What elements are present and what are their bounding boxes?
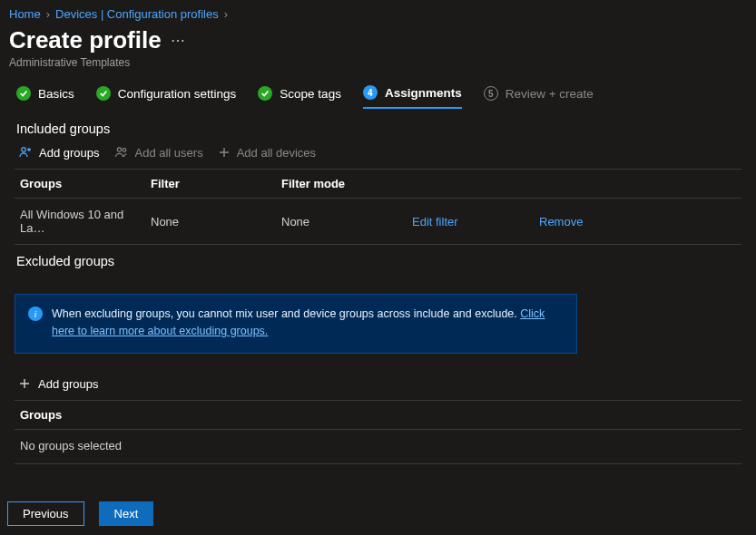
step-label: Scope tags: [280, 87, 341, 101]
breadcrumb-home[interactable]: Home: [9, 7, 41, 21]
step-number-icon: 4: [363, 85, 378, 100]
step-label: Basics: [38, 87, 74, 101]
previous-button[interactable]: Previous: [7, 501, 84, 526]
action-label: Add groups: [38, 377, 99, 391]
info-text: When excluding groups, you cannot mix us…: [52, 306, 564, 340]
excluded-groups-heading: Excluded groups: [0, 245, 756, 274]
action-label: Add all users: [135, 146, 203, 160]
col-header-groups[interactable]: Groups: [15, 401, 67, 429]
page-title: Create profile: [9, 26, 162, 54]
svg-point-2: [123, 149, 126, 152]
plus-icon: [18, 377, 31, 390]
breadcrumb-devices-config[interactable]: Devices | Configuration profiles: [55, 7, 219, 21]
table-header: Groups Filter Filter mode: [15, 170, 741, 199]
table-header: Groups: [15, 401, 741, 430]
checkmark-icon: [16, 86, 31, 101]
excluded-info-banner: i When excluding groups, you cannot mix …: [15, 294, 577, 354]
chevron-right-icon: ›: [224, 7, 228, 21]
more-actions-icon[interactable]: ⋯: [171, 32, 185, 49]
step-assignments[interactable]: 4 Assignments: [363, 85, 462, 109]
add-all-users-button[interactable]: Add all users: [114, 145, 203, 160]
included-groups-heading: Included groups: [0, 112, 756, 141]
info-message: When excluding groups, you cannot mix us…: [52, 307, 520, 320]
checkmark-icon: [258, 86, 272, 101]
wizard-footer: Previous Next: [7, 501, 153, 526]
step-label: Review + create: [506, 87, 594, 101]
step-configuration-settings[interactable]: Configuration settings: [96, 86, 237, 108]
svg-point-1: [117, 148, 121, 151]
excluded-groups-table: Groups No groups selected: [15, 400, 741, 464]
step-number-icon: 5: [484, 86, 498, 101]
add-groups-button[interactable]: Add groups: [18, 145, 100, 160]
step-label: Assignments: [385, 86, 462, 100]
step-label: Configuration settings: [118, 87, 237, 101]
cell-filter-mode: None: [276, 206, 407, 238]
excluded-empty-text: No groups selected: [15, 430, 741, 463]
action-label: Add groups: [39, 146, 100, 160]
included-actions: Add groups Add all users Add all devices: [0, 141, 756, 169]
cell-filter: None: [145, 206, 276, 238]
included-groups-table: Groups Filter Filter mode All Windows 10…: [15, 169, 741, 245]
step-scope-tags[interactable]: Scope tags: [258, 86, 341, 108]
col-header-groups[interactable]: Groups: [15, 170, 145, 198]
next-button[interactable]: Next: [99, 501, 154, 526]
svg-point-0: [22, 148, 26, 152]
excluded-add-groups-button[interactable]: Add groups: [0, 366, 756, 400]
people-icon: [114, 145, 129, 160]
table-row: All Windows 10 and La… None None Edit fi…: [15, 199, 741, 244]
add-all-devices-button[interactable]: Add all devices: [218, 146, 316, 160]
breadcrumb: Home › Devices | Configuration profiles …: [0, 0, 756, 21]
wizard-steps: Basics Configuration settings Scope tags…: [0, 82, 756, 112]
page-header: Create profile ⋯: [0, 21, 756, 54]
col-header-filter[interactable]: Filter: [145, 170, 276, 198]
step-review-create: 5 Review + create: [484, 86, 594, 108]
col-header-filter-mode[interactable]: Filter mode: [276, 170, 407, 198]
chevron-right-icon: ›: [46, 7, 50, 21]
checkmark-icon: [96, 86, 111, 101]
cell-group-name: All Windows 10 and La…: [15, 199, 145, 244]
page-subtitle: Administrative Templates: [0, 54, 756, 82]
action-label: Add all devices: [237, 146, 316, 160]
plus-icon: [218, 146, 231, 159]
step-basics[interactable]: Basics: [16, 86, 74, 108]
remove-link[interactable]: Remove: [534, 206, 644, 238]
info-icon: i: [28, 306, 43, 321]
person-add-icon: [18, 145, 33, 160]
edit-filter-link[interactable]: Edit filter: [407, 206, 534, 238]
